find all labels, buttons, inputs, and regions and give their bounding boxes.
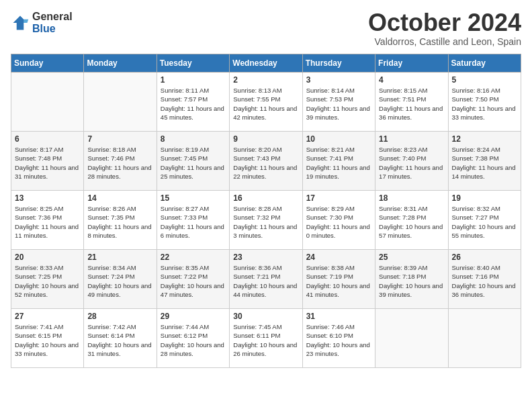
month-title: October 2024: [368, 11, 521, 35]
day-number: 9: [233, 134, 298, 144]
calendar-cell: 19Sunrise: 8:32 AM Sunset: 7:27 PM Dayli…: [448, 191, 521, 250]
calendar-cell: 8Sunrise: 8:19 AM Sunset: 7:45 PM Daylig…: [157, 132, 229, 191]
calendar-cell: 30Sunrise: 7:45 AM Sunset: 6:11 PM Dayli…: [230, 309, 302, 368]
day-info: Sunrise: 8:15 AM Sunset: 7:51 PM Dayligh…: [379, 86, 444, 122]
day-info: Sunrise: 8:14 AM Sunset: 7:53 PM Dayligh…: [306, 86, 371, 122]
header-saturday: Saturday: [448, 54, 521, 73]
day-info: Sunrise: 7:46 AM Sunset: 6:10 PM Dayligh…: [306, 322, 371, 358]
day-info: Sunrise: 8:33 AM Sunset: 7:25 PM Dayligh…: [15, 263, 80, 299]
week-row-1: 6Sunrise: 8:17 AM Sunset: 7:48 PM Daylig…: [11, 132, 521, 191]
calendar-cell: 24Sunrise: 8:38 AM Sunset: 7:19 PM Dayli…: [302, 250, 375, 309]
calendar-cell: 1Sunrise: 8:11 AM Sunset: 7:57 PM Daylig…: [157, 73, 229, 132]
calendar-cell: 14Sunrise: 8:26 AM Sunset: 7:35 PM Dayli…: [84, 191, 157, 250]
calendar-cell: 17Sunrise: 8:29 AM Sunset: 7:30 PM Dayli…: [302, 191, 375, 250]
logo: General Blue: [11, 11, 73, 34]
day-info: Sunrise: 8:11 AM Sunset: 7:57 PM Dayligh…: [161, 86, 226, 122]
title-section: October 2024 Valdorros, Castille and Leo…: [368, 11, 521, 47]
calendar-cell: 6Sunrise: 8:17 AM Sunset: 7:48 PM Daylig…: [11, 132, 84, 191]
day-number: 3: [306, 75, 371, 85]
day-number: 4: [379, 75, 444, 85]
calendar-cell: 18Sunrise: 8:31 AM Sunset: 7:28 PM Dayli…: [375, 191, 448, 250]
logo-icon: [11, 13, 30, 32]
header-tuesday: Tuesday: [157, 54, 229, 73]
day-info: Sunrise: 8:20 AM Sunset: 7:43 PM Dayligh…: [233, 145, 298, 181]
calendar-cell: 5Sunrise: 8:16 AM Sunset: 7:50 PM Daylig…: [448, 73, 521, 132]
day-info: Sunrise: 8:35 AM Sunset: 7:22 PM Dayligh…: [161, 263, 226, 299]
calendar-cell: [448, 309, 521, 368]
calendar-cell: [11, 73, 84, 132]
day-info: Sunrise: 8:29 AM Sunset: 7:30 PM Dayligh…: [306, 204, 371, 240]
day-number: 12: [452, 134, 517, 144]
day-number: 10: [306, 134, 371, 144]
header-thursday: Thursday: [302, 54, 375, 73]
svg-marker-1: [24, 19, 28, 22]
day-info: Sunrise: 7:41 AM Sunset: 6:15 PM Dayligh…: [15, 322, 80, 358]
calendar-cell: 15Sunrise: 8:27 AM Sunset: 7:33 PM Dayli…: [157, 191, 229, 250]
day-info: Sunrise: 8:16 AM Sunset: 7:50 PM Dayligh…: [452, 86, 517, 122]
day-number: 7: [87, 134, 152, 144]
calendar-cell: 22Sunrise: 8:35 AM Sunset: 7:22 PM Dayli…: [157, 250, 229, 309]
day-number: 23: [233, 253, 298, 262]
day-info: Sunrise: 8:17 AM Sunset: 7:48 PM Dayligh…: [15, 145, 80, 181]
day-info: Sunrise: 8:26 AM Sunset: 7:35 PM Dayligh…: [87, 204, 152, 240]
calendar-cell: 3Sunrise: 8:14 AM Sunset: 7:53 PM Daylig…: [302, 73, 375, 132]
day-info: Sunrise: 8:36 AM Sunset: 7:21 PM Dayligh…: [233, 263, 298, 299]
day-info: Sunrise: 7:45 AM Sunset: 6:11 PM Dayligh…: [233, 322, 298, 358]
calendar-cell: 28Sunrise: 7:42 AM Sunset: 6:14 PM Dayli…: [84, 309, 157, 368]
calendar-cell: 31Sunrise: 7:46 AM Sunset: 6:10 PM Dayli…: [302, 309, 375, 368]
logo-text: General Blue: [32, 11, 73, 34]
day-number: 19: [452, 193, 517, 203]
day-info: Sunrise: 8:40 AM Sunset: 7:16 PM Dayligh…: [452, 263, 517, 299]
day-number: 20: [15, 253, 80, 262]
calendar-cell: 26Sunrise: 8:40 AM Sunset: 7:16 PM Dayli…: [448, 250, 521, 309]
day-info: Sunrise: 8:19 AM Sunset: 7:45 PM Dayligh…: [161, 145, 226, 181]
day-info: Sunrise: 8:31 AM Sunset: 7:28 PM Dayligh…: [379, 204, 444, 240]
day-number: 28: [87, 312, 152, 321]
day-number: 11: [379, 134, 444, 144]
day-number: 6: [15, 134, 80, 144]
day-number: 26: [452, 253, 517, 262]
location-subtitle: Valdorros, Castille and Leon, Spain: [368, 36, 521, 47]
day-info: Sunrise: 8:27 AM Sunset: 7:33 PM Dayligh…: [161, 204, 226, 240]
week-row-0: 1Sunrise: 8:11 AM Sunset: 7:57 PM Daylig…: [11, 73, 521, 132]
day-number: 24: [306, 253, 371, 262]
header-monday: Monday: [84, 54, 157, 73]
day-info: Sunrise: 8:24 AM Sunset: 7:38 PM Dayligh…: [452, 145, 517, 181]
calendar-cell: 16Sunrise: 8:28 AM Sunset: 7:32 PM Dayli…: [230, 191, 302, 250]
day-info: Sunrise: 8:18 AM Sunset: 7:46 PM Dayligh…: [87, 145, 152, 181]
logo-blue-text: Blue: [32, 23, 73, 35]
day-number: 13: [15, 193, 80, 203]
day-info: Sunrise: 8:25 AM Sunset: 7:36 PM Dayligh…: [15, 204, 80, 240]
day-number: 30: [233, 312, 298, 321]
header-wednesday: Wednesday: [230, 54, 302, 73]
calendar-cell: [375, 309, 448, 368]
day-number: 2: [233, 75, 298, 85]
day-info: Sunrise: 8:32 AM Sunset: 7:27 PM Dayligh…: [452, 204, 517, 240]
calendar-header-row: SundayMondayTuesdayWednesdayThursdayFrid…: [11, 54, 521, 73]
calendar-cell: 13Sunrise: 8:25 AM Sunset: 7:36 PM Dayli…: [11, 191, 84, 250]
day-number: 5: [452, 75, 517, 85]
day-info: Sunrise: 8:23 AM Sunset: 7:40 PM Dayligh…: [379, 145, 444, 181]
day-info: Sunrise: 8:13 AM Sunset: 7:55 PM Dayligh…: [233, 86, 298, 122]
week-row-2: 13Sunrise: 8:25 AM Sunset: 7:36 PM Dayli…: [11, 191, 521, 250]
calendar-cell: 20Sunrise: 8:33 AM Sunset: 7:25 PM Dayli…: [11, 250, 84, 309]
header-sunday: Sunday: [11, 54, 84, 73]
day-info: Sunrise: 8:39 AM Sunset: 7:18 PM Dayligh…: [379, 263, 444, 299]
week-row-4: 27Sunrise: 7:41 AM Sunset: 6:15 PM Dayli…: [11, 309, 521, 368]
header: General Blue October 2024 Valdorros, Cas…: [11, 11, 521, 47]
calendar-cell: 23Sunrise: 8:36 AM Sunset: 7:21 PM Dayli…: [230, 250, 302, 309]
day-number: 21: [87, 253, 152, 262]
day-number: 8: [161, 134, 226, 144]
calendar-table: SundayMondayTuesdayWednesdayThursdayFrid…: [11, 54, 521, 368]
day-number: 18: [379, 193, 444, 203]
calendar-cell: [84, 73, 157, 132]
calendar-cell: 11Sunrise: 8:23 AM Sunset: 7:40 PM Dayli…: [375, 132, 448, 191]
logo-general-text: General: [32, 11, 73, 23]
calendar-cell: 2Sunrise: 8:13 AM Sunset: 7:55 PM Daylig…: [230, 73, 302, 132]
day-number: 14: [87, 193, 152, 203]
day-info: Sunrise: 8:28 AM Sunset: 7:32 PM Dayligh…: [233, 204, 298, 240]
calendar-cell: 4Sunrise: 8:15 AM Sunset: 7:51 PM Daylig…: [375, 73, 448, 132]
calendar-cell: 7Sunrise: 8:18 AM Sunset: 7:46 PM Daylig…: [84, 132, 157, 191]
calendar-cell: 25Sunrise: 8:39 AM Sunset: 7:18 PM Dayli…: [375, 250, 448, 309]
calendar-cell: 12Sunrise: 8:24 AM Sunset: 7:38 PM Dayli…: [448, 132, 521, 191]
